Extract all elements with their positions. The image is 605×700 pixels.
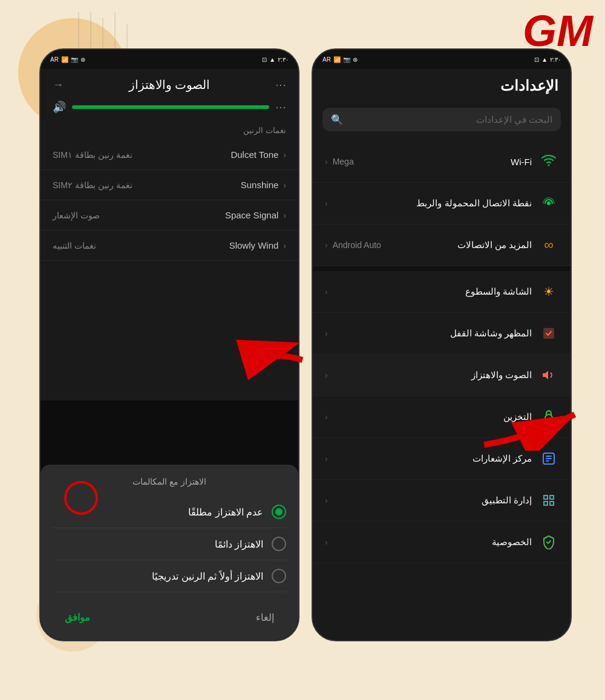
phone1-status-wifi: 📷: [71, 56, 78, 63]
phone1-volume-bar[interactable]: [72, 105, 269, 109]
phone2-hotspot-label: نقطة الاتصال المحمولة والربط: [416, 198, 532, 209]
phone2-wifi-value: Mega: [333, 157, 354, 166]
phone2-separator-1: [313, 266, 571, 271]
red-arrow-right: [478, 390, 587, 451]
phone1-item-1-right: ‹ Sunshine: [241, 180, 286, 190]
phone2-status-signal: 📶: [333, 56, 341, 63]
phone1-volume-icon-right: ⋯: [275, 100, 286, 114]
phone2-sound-left: ‹: [325, 370, 328, 380]
phone1-dialog-option-1[interactable]: الاهتزاز دائمًا: [53, 528, 286, 560]
phone2-display-label: الشاشة والسطوع: [465, 286, 532, 297]
phone2-status-sim: AR: [322, 56, 331, 63]
phone1-status-location: ▲: [269, 56, 275, 63]
phone2-storage-chevron: ‹: [325, 412, 328, 422]
phone2: AR 📶 📷 ⊛ ⊡ ▲ ۲:۳۰ الإعدادات البحث في الإ…: [312, 48, 572, 641]
phone2-privacy-label: الخصوصية: [492, 537, 532, 548]
phone2-item-privacy-right: الخصوصية: [492, 532, 558, 552]
phone2-wallpaper-chevron: ‹: [325, 329, 328, 338]
phone2-item-wallpaper-right: المظهر وشاشة القفل: [450, 324, 558, 343]
phone2-more-left: Android Auto ‹: [325, 240, 381, 250]
phone1-item-0-chevron: ‹: [283, 150, 286, 160]
phone1-dialog-ok-button[interactable]: موافق: [53, 607, 102, 628]
phone1-dialog-option-2[interactable]: الاهتزاز أولاً ثم الرنين تدريجيًا: [53, 560, 286, 592]
phone1-volume-icon: 🔊: [53, 100, 66, 114]
phone2-item-apps-right: إدارة التطبيق: [482, 491, 558, 510]
red-arrow-left: [236, 339, 309, 381]
phone2-wifi-chevron: ‹: [325, 157, 328, 166]
phone1-radio-2[interactable]: [272, 569, 286, 583]
phone2-wifi-left: Mega ‹: [325, 157, 354, 166]
phone1-item-0-label: Dulcet Tone: [231, 149, 278, 160]
phone2-item-wallpaper[interactable]: المظهر وشاشة القفل ‹: [313, 313, 571, 355]
gm-logo: GM: [523, 9, 593, 53]
phone2-sound-label: الصوت والاهتزاز: [471, 370, 532, 381]
phone1-item-3-value: نغمات التنبيه: [53, 241, 96, 250]
phone2-item-more[interactable]: ∞ المزيد من الاتصالات Android Auto ‹: [313, 224, 571, 266]
phone2-item-display[interactable]: ☀ الشاشة والسطوع ‹: [313, 271, 571, 313]
phone1-item-2[interactable]: ‹ Space Signal صوت الإشعار: [41, 200, 298, 231]
phone2-item-hotspot[interactable]: نقطة الاتصال المحمولة والربط ‹: [313, 183, 571, 224]
phone2-item-privacy[interactable]: الخصوصية ‹: [313, 522, 571, 563]
phone1-item-0[interactable]: ‹ Dulcet Tone نغمة رنين بطاقة SIM١: [41, 140, 298, 170]
svg-point-6: [547, 201, 551, 205]
phone2-display-chevron: ‹: [325, 287, 328, 296]
phone2-wallpaper-label: المظهر وشاشة القفل: [450, 328, 532, 339]
phone2-item-wifi-right: Wi-Fi: [511, 152, 558, 171]
phone2-item-more-right: ∞ المزيد من الاتصالات: [457, 235, 558, 255]
phone1-status-nfc: ⊡: [262, 56, 267, 63]
phone2-notif-label: مركز الإشعارات: [473, 453, 532, 464]
phone2-search-placeholder: البحث في الإعدادات: [349, 114, 552, 125]
phone1-dialog: الاهتزاز مع المكالمات عدم الاهتزاز مطلقً…: [41, 465, 298, 640]
phone1-dialog-option-2-text: الاهتزاز أولاً ثم الرنين تدريجيًا: [152, 571, 263, 582]
phone1-menu-icon[interactable]: ⋯: [275, 78, 286, 91]
phone1-item-3[interactable]: ‹ Slowly Wind نغمات التنبيه: [41, 231, 298, 261]
phone2-more-chevron: ‹: [325, 240, 328, 250]
phone1-status-time: ۲:۳۰: [278, 56, 289, 63]
phone2-apps-chevron: ‹: [325, 496, 328, 505]
phone2-apps-icon: [539, 491, 558, 510]
phone1-dialog-option-0-text: عدم الاهتزاز مطلقًا: [188, 506, 263, 518]
phone2-privacy-chevron: ‹: [325, 537, 328, 547]
phone2-notif-chevron: ‹: [325, 454, 328, 463]
phone1-dialog-cancel-button[interactable]: إلغاء: [244, 607, 286, 628]
phone2-search-bar[interactable]: البحث في الإعدادات 🔍: [322, 108, 561, 131]
phone2-item-display-right: ☀ الشاشة والسطوع: [465, 282, 558, 301]
phone2-status-left: AR 📶 📷 ⊛: [322, 56, 358, 63]
phone1-radio-1[interactable]: [272, 537, 286, 551]
phone1-item-2-value: صوت الإشعار: [53, 211, 100, 220]
phone1-volume-bar-container: 🔊 ⋯: [41, 100, 298, 123]
phone2-notif-left: ‹: [325, 454, 328, 463]
phone2-item-wifi[interactable]: Wi-Fi Mega ‹: [313, 141, 571, 183]
phone2-status-bar: AR 📶 📷 ⊛ ⊡ ▲ ۲:۳۰: [313, 50, 571, 69]
phone2-status-right: ⊡ ▲ ۲:۳۰: [534, 56, 561, 63]
phone2-hotspot-left: ‹: [325, 198, 328, 208]
phone1-item-1[interactable]: ‹ Sunshine نغمة رنين بطاقة SIM۲: [41, 170, 298, 200]
phone2-item-apps[interactable]: إدارة التطبيق ‹: [313, 480, 571, 522]
phone1-back-arrow[interactable]: →: [53, 79, 64, 91]
phone2-item-sound-right: الصوت والاهتزاز: [471, 365, 558, 385]
phone1-dialog-overlay: الاهتزاز مع المكالمات عدم الاهتزاز مطلقً…: [41, 401, 298, 640]
phone2-privacy-left: ‹: [325, 537, 328, 547]
phone2-status-nfc: ⊡: [534, 56, 539, 63]
phone1-item-2-label: Space Signal: [225, 210, 278, 220]
phone1-dialog-option-0[interactable]: عدم الاهتزاز مطلقًا: [53, 496, 286, 528]
phone1-status-alarm: ⊛: [80, 56, 85, 63]
phone2-hotspot-icon: [539, 194, 558, 213]
phone1-radio-0[interactable]: [272, 505, 286, 519]
phone2-title: الإعدادات: [500, 77, 558, 94]
phone1-dialog-option-1-text: الاهتزاز دائمًا: [215, 538, 263, 550]
phone1-item-3-right: ‹ Slowly Wind: [229, 240, 286, 250]
phone2-status-alarm: ⊛: [353, 56, 358, 63]
phone1-header: → الصوت والاهتزاز ⋯: [41, 69, 298, 100]
phone1-item-3-label: Slowly Wind: [229, 240, 279, 250]
phone2-display-icon: ☀: [539, 282, 558, 301]
svg-rect-7: [543, 328, 554, 339]
phone1-item-0-right: ‹ Dulcet Tone: [231, 149, 286, 160]
phone2-status-location: ▲: [541, 56, 548, 63]
phone1-radio-dot-0: [275, 508, 283, 515]
phone2-more-value: Android Auto: [333, 240, 381, 250]
phone1-item-3-chevron: ‹: [283, 241, 286, 250]
phone1-item-1-value: نغمة رنين بطاقة SIM۲: [53, 180, 132, 190]
phone2-wifi-label: Wi-Fi: [511, 157, 532, 167]
phone1-title: الصوت والاهتزاز: [129, 77, 211, 92]
